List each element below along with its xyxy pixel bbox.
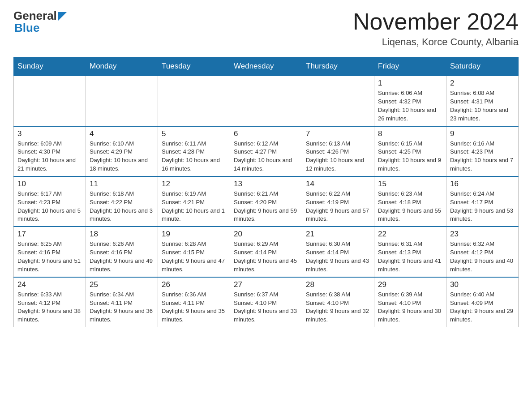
day-cell-2-3: 13Sunrise: 6:21 AM Sunset: 4:20 PM Dayli… [230,176,302,227]
day-info-13: Sunrise: 6:21 AM Sunset: 4:20 PM Dayligh… [234,190,298,223]
calendar-header-row: SundayMondayTuesdayWednesdayThursdayFrid… [14,57,519,76]
day-number-11: 11 [90,180,154,188]
day-info-10: Sunrise: 6:17 AM Sunset: 4:23 PM Dayligh… [17,190,82,223]
day-number-7: 7 [306,129,370,138]
day-number-14: 14 [306,180,370,188]
day-cell-1-6: 9Sunrise: 6:16 AM Sunset: 4:23 PM Daylig… [446,126,519,176]
day-info-6: Sunrise: 6:12 AM Sunset: 4:27 PM Dayligh… [234,140,298,173]
day-info-1: Sunrise: 6:06 AM Sunset: 4:32 PM Dayligh… [378,89,442,123]
day-cell-1-0: 3Sunrise: 6:09 AM Sunset: 4:30 PM Daylig… [14,126,86,176]
day-number-24: 24 [17,280,82,289]
day-cell-0-3 [230,76,302,126]
day-number-21: 21 [306,230,370,239]
day-cell-3-1: 18Sunrise: 6:26 AM Sunset: 4:16 PM Dayli… [86,227,158,277]
day-info-19: Sunrise: 6:28 AM Sunset: 4:15 PM Dayligh… [162,240,226,274]
header-monday: Monday [86,57,158,76]
day-info-9: Sunrise: 6:16 AM Sunset: 4:23 PM Dayligh… [450,140,515,173]
week-row-4: 17Sunrise: 6:25 AM Sunset: 4:16 PM Dayli… [14,227,519,277]
day-number-6: 6 [234,129,298,138]
day-cell-4-2: 26Sunrise: 6:36 AM Sunset: 4:11 PM Dayli… [158,277,230,327]
day-cell-0-0 [14,76,86,126]
day-cell-3-5: 22Sunrise: 6:31 AM Sunset: 4:13 PM Dayli… [374,227,446,277]
day-info-21: Sunrise: 6:30 AM Sunset: 4:14 PM Dayligh… [306,240,370,274]
day-cell-3-3: 20Sunrise: 6:29 AM Sunset: 4:14 PM Dayli… [230,227,302,277]
day-info-20: Sunrise: 6:29 AM Sunset: 4:14 PM Dayligh… [234,240,298,274]
day-info-23: Sunrise: 6:32 AM Sunset: 4:12 PM Dayligh… [450,240,515,274]
day-number-13: 13 [234,180,298,188]
day-number-12: 12 [162,180,226,188]
day-cell-0-2 [158,76,230,126]
day-cell-2-4: 14Sunrise: 6:22 AM Sunset: 4:19 PM Dayli… [302,176,374,227]
day-cell-0-5: 1Sunrise: 6:06 AM Sunset: 4:32 PM Daylig… [374,76,446,126]
day-number-27: 27 [234,280,298,289]
day-cell-1-1: 4Sunrise: 6:10 AM Sunset: 4:29 PM Daylig… [86,126,158,176]
day-cell-1-3: 6Sunrise: 6:12 AM Sunset: 4:27 PM Daylig… [230,126,302,176]
day-number-16: 16 [450,180,515,188]
week-row-3: 10Sunrise: 6:17 AM Sunset: 4:23 PM Dayli… [14,176,519,227]
day-number-19: 19 [162,230,226,239]
day-number-9: 9 [450,129,515,138]
day-number-5: 5 [162,129,226,138]
logo-arrow-icon [58,12,67,21]
day-info-2: Sunrise: 6:08 AM Sunset: 4:31 PM Dayligh… [450,89,515,123]
day-cell-1-4: 7Sunrise: 6:13 AM Sunset: 4:26 PM Daylig… [302,126,374,176]
day-number-30: 30 [450,280,515,289]
day-number-4: 4 [90,129,154,138]
day-info-24: Sunrise: 6:33 AM Sunset: 4:12 PM Dayligh… [17,291,82,324]
day-info-25: Sunrise: 6:34 AM Sunset: 4:11 PM Dayligh… [90,291,154,324]
day-info-12: Sunrise: 6:19 AM Sunset: 4:21 PM Dayligh… [162,190,226,223]
day-cell-4-5: 29Sunrise: 6:39 AM Sunset: 4:10 PM Dayli… [374,277,446,327]
day-number-15: 15 [378,180,442,188]
svg-marker-0 [58,12,67,21]
day-cell-2-5: 15Sunrise: 6:23 AM Sunset: 4:18 PM Dayli… [374,176,446,227]
day-number-26: 26 [162,280,226,289]
header-tuesday: Tuesday [158,57,230,76]
day-number-28: 28 [306,280,370,289]
day-info-18: Sunrise: 6:26 AM Sunset: 4:16 PM Dayligh… [90,240,154,274]
day-number-10: 10 [17,180,82,188]
day-cell-3-0: 17Sunrise: 6:25 AM Sunset: 4:16 PM Dayli… [14,227,86,277]
day-info-17: Sunrise: 6:25 AM Sunset: 4:16 PM Dayligh… [17,240,82,274]
day-cell-4-1: 25Sunrise: 6:34 AM Sunset: 4:11 PM Dayli… [86,277,158,327]
header-friday: Friday [374,57,446,76]
week-row-1: 1Sunrise: 6:06 AM Sunset: 4:32 PM Daylig… [14,76,519,126]
logo-blue-text: Blue [14,21,67,35]
day-cell-3-4: 21Sunrise: 6:30 AM Sunset: 4:14 PM Dayli… [302,227,374,277]
week-row-2: 3Sunrise: 6:09 AM Sunset: 4:30 PM Daylig… [14,126,519,176]
day-info-15: Sunrise: 6:23 AM Sunset: 4:18 PM Dayligh… [378,190,442,223]
location-text: Liqenas, Korce County, Albania [353,36,519,48]
day-info-3: Sunrise: 6:09 AM Sunset: 4:30 PM Dayligh… [17,140,82,173]
logo: General Blue [13,9,67,35]
day-info-11: Sunrise: 6:18 AM Sunset: 4:22 PM Dayligh… [90,190,154,223]
day-cell-4-3: 27Sunrise: 6:37 AM Sunset: 4:10 PM Dayli… [230,277,302,327]
day-number-20: 20 [234,230,298,239]
day-cell-0-1 [86,76,158,126]
day-cell-4-6: 30Sunrise: 6:40 AM Sunset: 4:09 PM Dayli… [446,277,519,327]
day-number-8: 8 [378,129,442,138]
page-header: General Blue November 2024 Liqenas, Korc… [13,9,519,48]
day-info-7: Sunrise: 6:13 AM Sunset: 4:26 PM Dayligh… [306,140,370,173]
week-row-5: 24Sunrise: 6:33 AM Sunset: 4:12 PM Dayli… [14,277,519,327]
day-info-16: Sunrise: 6:24 AM Sunset: 4:17 PM Dayligh… [450,190,515,223]
month-title: November 2024 [353,9,519,34]
day-cell-4-0: 24Sunrise: 6:33 AM Sunset: 4:12 PM Dayli… [14,277,86,327]
day-info-28: Sunrise: 6:38 AM Sunset: 4:10 PM Dayligh… [306,291,370,324]
day-cell-0-6: 2Sunrise: 6:08 AM Sunset: 4:31 PM Daylig… [446,76,519,126]
calendar-table: SundayMondayTuesdayWednesdayThursdayFrid… [13,57,519,327]
day-info-22: Sunrise: 6:31 AM Sunset: 4:13 PM Dayligh… [378,240,442,274]
day-cell-1-2: 5Sunrise: 6:11 AM Sunset: 4:28 PM Daylig… [158,126,230,176]
day-number-3: 3 [17,129,82,138]
day-number-18: 18 [90,230,154,239]
day-number-23: 23 [450,230,515,239]
day-info-30: Sunrise: 6:40 AM Sunset: 4:09 PM Dayligh… [450,291,515,324]
header-wednesday: Wednesday [230,57,302,76]
day-cell-0-4 [302,76,374,126]
day-cell-1-5: 8Sunrise: 6:15 AM Sunset: 4:25 PM Daylig… [374,126,446,176]
header-sunday: Sunday [14,57,86,76]
day-info-26: Sunrise: 6:36 AM Sunset: 4:11 PM Dayligh… [162,291,226,324]
day-info-8: Sunrise: 6:15 AM Sunset: 4:25 PM Dayligh… [378,140,442,173]
day-info-27: Sunrise: 6:37 AM Sunset: 4:10 PM Dayligh… [234,291,298,324]
day-cell-4-4: 28Sunrise: 6:38 AM Sunset: 4:10 PM Dayli… [302,277,374,327]
day-info-5: Sunrise: 6:11 AM Sunset: 4:28 PM Dayligh… [162,140,226,173]
day-number-2: 2 [450,79,515,88]
